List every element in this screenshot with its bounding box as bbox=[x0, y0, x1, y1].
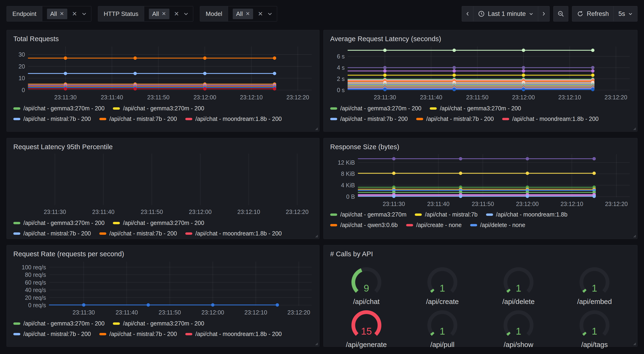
legend-item[interactable]: /api/chat - mistral:7b - 200 bbox=[99, 230, 177, 237]
legend-item[interactable]: /api/chat - moondream:1.8b bbox=[486, 211, 568, 218]
legend-item[interactable]: /api/chat - mistral:7b bbox=[415, 211, 478, 218]
legend-item[interactable]: /api/chat - gemma3:270m bbox=[330, 211, 406, 218]
legend-item[interactable]: /api/chat - qwen3:0.6b bbox=[330, 222, 398, 228]
legend-item[interactable]: /api/chat - gemma3:270m - 200 bbox=[330, 105, 421, 112]
gauge: 9/api/chat bbox=[328, 265, 404, 306]
panel-title[interactable]: Response Size (bytes) bbox=[328, 141, 632, 152]
series-point bbox=[146, 303, 150, 306]
legend-item[interactable]: /api/create - none bbox=[406, 222, 462, 228]
clear-icon[interactable]: ✕ bbox=[72, 11, 77, 17]
panel-title[interactable]: Total Requests bbox=[12, 34, 314, 44]
chart-plot-area[interactable]: 23:11:3023:11:4023:11:5023:12:0023:12:10… bbox=[12, 44, 314, 100]
panel-title[interactable]: Request Latency 95th Percentile bbox=[12, 141, 314, 152]
filter-value[interactable]: All ✕ ✕ bbox=[42, 6, 91, 21]
series-point bbox=[522, 88, 525, 91]
panel-total-requests: Total Requests 23:11:3023:11:4023:11:502… bbox=[6, 30, 320, 132]
series-point bbox=[383, 88, 386, 91]
filter-chip[interactable]: All ✕ bbox=[149, 9, 169, 19]
timeseries-chart[interactable]: 23:11:3023:11:4023:11:5023:12:0023:12:10… bbox=[12, 259, 314, 316]
panel-title[interactable]: # Calls by API bbox=[328, 248, 632, 259]
panel-title[interactable]: Average Request Latency (seconds) bbox=[328, 34, 632, 44]
svg-text:60 req/s: 60 req/s bbox=[25, 279, 46, 286]
svg-text:12 KiB: 12 KiB bbox=[338, 159, 355, 166]
svg-text:23:12:10: 23:12:10 bbox=[238, 209, 260, 215]
timeseries-chart[interactable]: 23:11:3023:11:4023:11:5023:12:0023:12:10… bbox=[12, 152, 314, 216]
svg-text:0: 0 bbox=[22, 87, 25, 93]
legend-item[interactable]: /api/chat - gemma3:270m - 200 bbox=[113, 320, 204, 327]
legend-label: /api/chat - gemma3:270m - 200 bbox=[123, 220, 204, 226]
svg-text:23:12:10: 23:12:10 bbox=[240, 94, 263, 100]
gauge: 1/api/show bbox=[480, 308, 556, 349]
legend-item[interactable]: /api/chat - mistral:7b - 200 bbox=[13, 116, 91, 122]
legend-item[interactable]: /api/chat - gemma3:270m - 200 bbox=[13, 320, 104, 327]
zoom-out-button[interactable] bbox=[553, 6, 568, 22]
panel-resize-handle[interactable] bbox=[314, 126, 318, 131]
caret-down-icon[interactable] bbox=[184, 12, 188, 16]
legend-item[interactable]: /api/delete - none bbox=[470, 222, 525, 228]
legend-item[interactable]: /api/chat - gemma3:270m - 200 bbox=[13, 105, 104, 112]
panel-resize-handle[interactable] bbox=[632, 234, 636, 238]
legend-item[interactable]: /api/chat - gemma3:270m - 200 bbox=[430, 105, 521, 112]
series-point bbox=[452, 69, 456, 73]
legend-item[interactable]: /api/chat - mistral:7b - 200 bbox=[99, 116, 177, 122]
chart-plot-area[interactable]: 23:11:3023:11:4023:11:5023:12:0023:12:10… bbox=[328, 44, 632, 100]
gauge-value: 1 bbox=[440, 283, 445, 294]
panel-resize-handle[interactable] bbox=[632, 126, 636, 131]
clear-icon[interactable]: ✕ bbox=[174, 11, 179, 17]
svg-text:23:11:30: 23:11:30 bbox=[73, 309, 95, 315]
chart-plot-area[interactable]: 23:11:3023:11:4023:11:5023:12:0023:12:10… bbox=[328, 152, 632, 206]
svg-text:23:11:50: 23:11:50 bbox=[466, 94, 488, 100]
refresh-interval-dropdown[interactable]: 5s bbox=[614, 6, 638, 22]
legend-label: /api/chat - moondream:1.8b - 200 bbox=[195, 116, 282, 122]
legend-swatch bbox=[13, 232, 20, 235]
caret-down-icon[interactable] bbox=[82, 12, 86, 16]
legend-item[interactable]: /api/chat - moondream:1.8b - 200 bbox=[185, 116, 282, 122]
svg-text:0 s: 0 s bbox=[337, 87, 345, 93]
clear-icon[interactable]: ✕ bbox=[258, 11, 263, 17]
chart-legend: /api/chat - gemma3:270m - 200/api/chat -… bbox=[12, 105, 314, 122]
timeseries-chart[interactable]: 23:11:3023:11:4023:11:5023:12:0023:12:10… bbox=[12, 44, 314, 101]
filter-value[interactable]: All ✕ ✕ bbox=[228, 6, 277, 21]
time-shift-back-button[interactable] bbox=[462, 6, 474, 22]
panel-title[interactable]: Request Rate (requests per second) bbox=[12, 248, 314, 259]
legend-item[interactable]: /api/chat - mistral:7b - 200 bbox=[99, 331, 177, 337]
legend-item[interactable]: /api/chat - moondream:1.8b - 200 bbox=[185, 230, 282, 237]
panel-resize-handle[interactable] bbox=[314, 341, 318, 345]
chart-legend: /api/chat - gemma3:270m - 200/api/chat -… bbox=[328, 105, 632, 122]
legend-item[interactable]: /api/chat - moondream:1.8b - 200 bbox=[185, 331, 282, 337]
timeseries-chart[interactable]: 23:11:3023:11:4023:11:5023:12:0023:12:10… bbox=[328, 44, 632, 101]
panel-resize-handle[interactable] bbox=[314, 234, 318, 238]
time-range-picker-button[interactable]: Last 1 minute bbox=[473, 6, 538, 22]
series-point bbox=[383, 73, 386, 77]
legend-item[interactable]: /api/chat - mistral:7b - 200 bbox=[416, 116, 494, 122]
refresh-button[interactable]: Refresh bbox=[572, 6, 614, 22]
chart-plot-area[interactable]: 23:11:3023:11:4023:11:5023:12:0023:12:10… bbox=[12, 152, 314, 215]
timeseries-chart[interactable]: 23:11:3023:11:4023:11:5023:12:0023:12:10… bbox=[328, 152, 632, 207]
series-point bbox=[522, 66, 525, 69]
remove-icon[interactable]: ✕ bbox=[246, 11, 250, 16]
legend-item[interactable]: /api/chat - moondream:1.8b - 200 bbox=[502, 116, 599, 122]
panel-resize-handle[interactable] bbox=[632, 341, 636, 345]
remove-icon[interactable]: ✕ bbox=[162, 11, 166, 16]
chart-plot-area[interactable]: 23:11:3023:11:4023:11:5023:12:0023:12:10… bbox=[12, 259, 314, 315]
time-shift-forward-button[interactable] bbox=[538, 6, 550, 22]
legend-item[interactable]: /api/chat - mistral:7b - 200 bbox=[330, 116, 408, 122]
legend-item[interactable]: /api/chat - gemma3:270m - 200 bbox=[13, 220, 104, 226]
remove-icon[interactable]: ✕ bbox=[60, 11, 64, 16]
caret-down-icon[interactable] bbox=[268, 12, 272, 16]
legend-item[interactable]: /api/chat - gemma3:270m - 200 bbox=[113, 220, 204, 226]
legend-item[interactable]: /api/chat - gemma3:270m - 200 bbox=[113, 105, 204, 112]
filter-value[interactable]: All ✕ ✕ bbox=[144, 6, 193, 21]
time-range-group: Last 1 minute bbox=[462, 6, 550, 22]
series-point bbox=[591, 69, 594, 73]
filter-chip[interactable]: All ✕ bbox=[47, 9, 67, 19]
svg-text:23:12:20: 23:12:20 bbox=[605, 201, 628, 206]
legend-swatch bbox=[113, 222, 120, 224]
gauge: 1/api/tags bbox=[556, 308, 633, 349]
legend-label: /api/chat - gemma3:270m - 200 bbox=[340, 105, 421, 112]
filter-chip[interactable]: All ✕ bbox=[233, 9, 253, 19]
legend-item[interactable]: /api/chat - mistral:7b - 200 bbox=[13, 230, 91, 237]
legend-item[interactable]: /api/chat - mistral:7b - 200 bbox=[13, 331, 91, 337]
dashboard-toolbar: Endpoint All ✕ ✕ HTTP Status All ✕ ✕ bbox=[6, 6, 638, 22]
legend-label: /api/chat - moondream:1.8b - 200 bbox=[195, 331, 282, 337]
